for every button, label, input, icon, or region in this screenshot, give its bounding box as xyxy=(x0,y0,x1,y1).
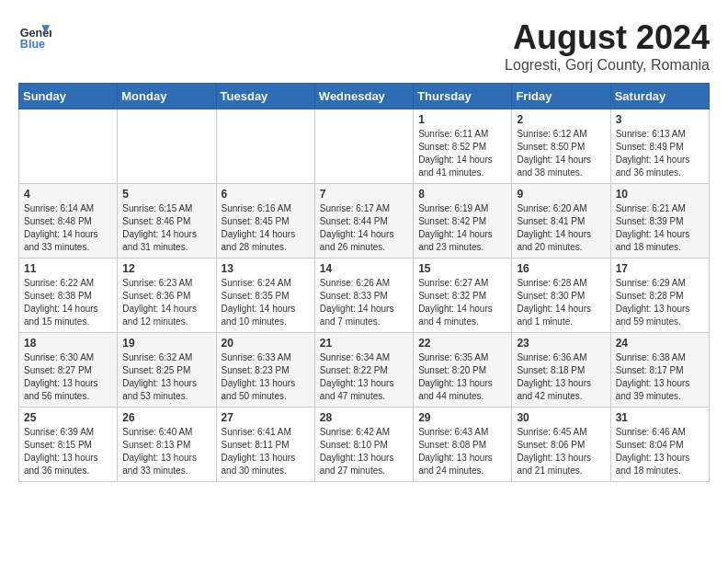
table-row: 15Sunrise: 6:27 AM Sunset: 8:32 PM Dayli… xyxy=(414,259,512,333)
day-info: Sunrise: 6:36 AM Sunset: 8:18 PM Dayligh… xyxy=(517,351,605,403)
day-number: 25 xyxy=(24,411,112,424)
col-monday: Monday xyxy=(118,84,216,109)
calendar-week-row: 4Sunrise: 6:14 AM Sunset: 8:48 PM Daylig… xyxy=(19,184,710,259)
day-info: Sunrise: 6:30 AM Sunset: 8:27 PM Dayligh… xyxy=(24,351,112,403)
day-number: 4 xyxy=(24,188,112,201)
day-number: 22 xyxy=(418,337,506,350)
day-number: 15 xyxy=(418,262,506,275)
day-number: 30 xyxy=(517,411,605,424)
day-number: 31 xyxy=(616,411,704,424)
day-info: Sunrise: 6:11 AM Sunset: 8:52 PM Dayligh… xyxy=(418,128,506,179)
table-row: 24Sunrise: 6:38 AM Sunset: 8:17 PM Dayli… xyxy=(610,333,709,408)
table-row: 16Sunrise: 6:28 AM Sunset: 8:30 PM Dayli… xyxy=(512,259,610,333)
day-number: 2 xyxy=(517,113,605,126)
day-info: Sunrise: 6:14 AM Sunset: 8:48 PM Dayligh… xyxy=(24,202,112,254)
day-number: 3 xyxy=(616,113,704,126)
table-row: 12Sunrise: 6:23 AM Sunset: 8:36 PM Dayli… xyxy=(118,259,216,333)
header: General Blue August 2024 Logresti, Gorj … xyxy=(18,18,710,74)
day-info: Sunrise: 6:38 AM Sunset: 8:17 PM Dayligh… xyxy=(616,351,704,403)
day-info: Sunrise: 6:42 AM Sunset: 8:10 PM Dayligh… xyxy=(320,426,408,477)
day-info: Sunrise: 6:43 AM Sunset: 8:08 PM Dayligh… xyxy=(418,426,506,477)
day-info: Sunrise: 6:23 AM Sunset: 8:36 PM Dayligh… xyxy=(122,277,210,328)
day-number: 19 xyxy=(122,337,210,350)
day-number: 5 xyxy=(122,188,210,201)
svg-text:Blue: Blue xyxy=(20,38,45,51)
col-sunday: Sunday xyxy=(19,84,118,109)
day-number: 10 xyxy=(616,188,704,201)
day-info: Sunrise: 6:45 AM Sunset: 8:06 PM Dayligh… xyxy=(517,426,605,477)
table-row: 29Sunrise: 6:43 AM Sunset: 8:08 PM Dayli… xyxy=(414,408,512,482)
day-number: 8 xyxy=(418,188,506,201)
calendar-week-row: 18Sunrise: 6:30 AM Sunset: 8:27 PM Dayli… xyxy=(19,333,710,408)
table-row: 4Sunrise: 6:14 AM Sunset: 8:48 PM Daylig… xyxy=(19,184,118,259)
logo: General Blue xyxy=(18,18,55,52)
day-number: 29 xyxy=(418,411,506,424)
day-info: Sunrise: 6:21 AM Sunset: 8:39 PM Dayligh… xyxy=(616,202,704,254)
table-row: 26Sunrise: 6:40 AM Sunset: 8:13 PM Dayli… xyxy=(118,408,216,482)
day-number: 1 xyxy=(418,113,506,126)
day-info: Sunrise: 6:12 AM Sunset: 8:50 PM Dayligh… xyxy=(517,128,605,179)
table-row: 3Sunrise: 6:13 AM Sunset: 8:49 PM Daylig… xyxy=(610,109,709,184)
table-row: 10Sunrise: 6:21 AM Sunset: 8:39 PM Dayli… xyxy=(610,184,709,259)
table-row: 6Sunrise: 6:16 AM Sunset: 8:45 PM Daylig… xyxy=(216,184,314,259)
table-row xyxy=(216,109,314,184)
table-row: 8Sunrise: 6:19 AM Sunset: 8:42 PM Daylig… xyxy=(414,184,512,259)
calendar-header-row: Sunday Monday Tuesday Wednesday Thursday… xyxy=(19,84,710,109)
table-row xyxy=(118,109,216,184)
day-info: Sunrise: 6:16 AM Sunset: 8:45 PM Dayligh… xyxy=(222,202,310,254)
day-info: Sunrise: 6:17 AM Sunset: 8:44 PM Dayligh… xyxy=(320,202,408,254)
table-row: 30Sunrise: 6:45 AM Sunset: 8:06 PM Dayli… xyxy=(512,408,610,482)
page-subtitle: Logresti, Gorj County, Romania xyxy=(505,57,710,74)
table-row: 25Sunrise: 6:39 AM Sunset: 8:15 PM Dayli… xyxy=(19,408,118,482)
logo-icon: General Blue xyxy=(18,18,51,52)
table-row: 20Sunrise: 6:33 AM Sunset: 8:23 PM Dayli… xyxy=(216,333,314,408)
day-number: 16 xyxy=(517,262,605,275)
day-info: Sunrise: 6:24 AM Sunset: 8:35 PM Dayligh… xyxy=(222,277,310,328)
day-number: 18 xyxy=(24,337,112,350)
day-info: Sunrise: 6:46 AM Sunset: 8:04 PM Dayligh… xyxy=(616,426,704,477)
col-tuesday: Tuesday xyxy=(216,84,314,109)
day-number: 26 xyxy=(122,411,210,424)
table-row: 23Sunrise: 6:36 AM Sunset: 8:18 PM Dayli… xyxy=(512,333,610,408)
day-info: Sunrise: 6:33 AM Sunset: 8:23 PM Dayligh… xyxy=(222,351,310,403)
day-info: Sunrise: 6:34 AM Sunset: 8:22 PM Dayligh… xyxy=(320,351,408,403)
day-info: Sunrise: 6:20 AM Sunset: 8:41 PM Dayligh… xyxy=(517,202,605,254)
page-title: August 2024 xyxy=(505,18,710,57)
day-number: 28 xyxy=(320,411,408,424)
day-number: 6 xyxy=(222,188,310,201)
day-info: Sunrise: 6:22 AM Sunset: 8:38 PM Dayligh… xyxy=(24,277,112,328)
day-number: 12 xyxy=(122,262,210,275)
day-info: Sunrise: 6:29 AM Sunset: 8:28 PM Dayligh… xyxy=(616,277,704,328)
day-info: Sunrise: 6:41 AM Sunset: 8:11 PM Dayligh… xyxy=(222,426,310,477)
table-row: 13Sunrise: 6:24 AM Sunset: 8:35 PM Dayli… xyxy=(216,259,314,333)
day-info: Sunrise: 6:28 AM Sunset: 8:30 PM Dayligh… xyxy=(517,277,605,328)
table-row: 1Sunrise: 6:11 AM Sunset: 8:52 PM Daylig… xyxy=(414,109,512,184)
calendar: Sunday Monday Tuesday Wednesday Thursday… xyxy=(18,83,710,482)
day-number: 27 xyxy=(222,411,310,424)
table-row: 14Sunrise: 6:26 AM Sunset: 8:33 PM Dayli… xyxy=(314,259,413,333)
day-number: 20 xyxy=(222,337,310,350)
table-row xyxy=(314,109,413,184)
calendar-week-row: 25Sunrise: 6:39 AM Sunset: 8:15 PM Dayli… xyxy=(19,408,710,482)
day-number: 14 xyxy=(320,262,408,275)
title-area: August 2024 Logresti, Gorj County, Roman… xyxy=(505,18,710,74)
table-row: 2Sunrise: 6:12 AM Sunset: 8:50 PM Daylig… xyxy=(512,109,610,184)
calendar-week-row: 1Sunrise: 6:11 AM Sunset: 8:52 PM Daylig… xyxy=(19,109,710,184)
day-number: 23 xyxy=(517,337,605,350)
table-row: 22Sunrise: 6:35 AM Sunset: 8:20 PM Dayli… xyxy=(414,333,512,408)
table-row xyxy=(19,109,118,184)
table-row: 11Sunrise: 6:22 AM Sunset: 8:38 PM Dayli… xyxy=(19,259,118,333)
day-info: Sunrise: 6:35 AM Sunset: 8:20 PM Dayligh… xyxy=(418,351,506,403)
day-info: Sunrise: 6:19 AM Sunset: 8:42 PM Dayligh… xyxy=(418,202,506,254)
day-info: Sunrise: 6:32 AM Sunset: 8:25 PM Dayligh… xyxy=(122,351,210,403)
table-row: 18Sunrise: 6:30 AM Sunset: 8:27 PM Dayli… xyxy=(19,333,118,408)
day-number: 7 xyxy=(320,188,408,201)
day-info: Sunrise: 6:39 AM Sunset: 8:15 PM Dayligh… xyxy=(24,426,112,477)
col-saturday: Saturday xyxy=(610,84,709,109)
table-row: 17Sunrise: 6:29 AM Sunset: 8:28 PM Dayli… xyxy=(610,259,709,333)
table-row: 5Sunrise: 6:15 AM Sunset: 8:46 PM Daylig… xyxy=(118,184,216,259)
day-number: 9 xyxy=(517,188,605,201)
day-number: 13 xyxy=(222,262,310,275)
day-info: Sunrise: 6:40 AM Sunset: 8:13 PM Dayligh… xyxy=(122,426,210,477)
col-thursday: Thursday xyxy=(414,84,512,109)
